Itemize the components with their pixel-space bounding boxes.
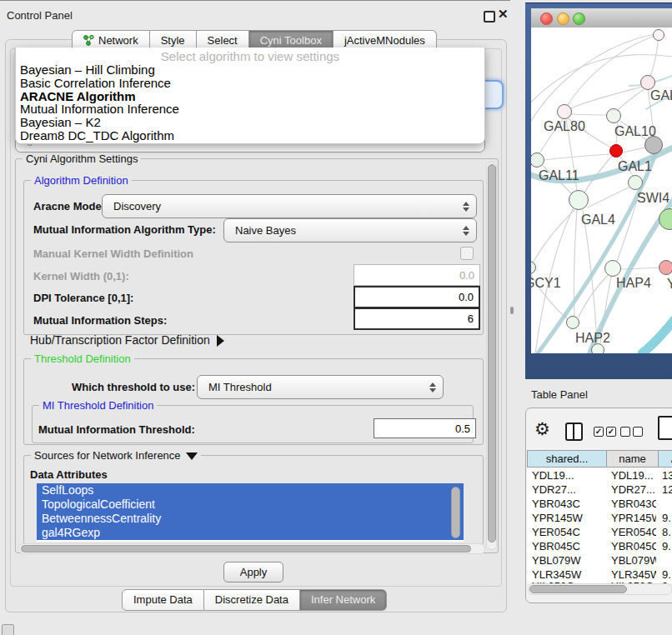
settings-hscrollbar-thumb[interactable] <box>21 545 471 552</box>
dropdown-item-mutual-information[interactable]: Mutual Information Inference <box>16 102 484 116</box>
dropdown-placeholder: Select algorithm to view settings <box>16 48 484 63</box>
deselect-all-checkbox-icon[interactable] <box>633 427 643 437</box>
close-icon[interactable]: ✕ <box>498 7 509 22</box>
window-top-edge <box>0 0 510 1</box>
hub-definition-expander[interactable]: Hub/Transcription Factor Definition <box>30 333 224 347</box>
network-node-gal1[interactable] <box>609 144 623 158</box>
node-label: GAL80 <box>544 119 585 134</box>
which-threshold-combobox[interactable]: MI Threshold <box>197 375 444 399</box>
dropdown-item-dream8[interactable]: Dream8 DC_TDC Algorithm <box>16 129 484 142</box>
node-table: shared... name A YDL19... YDL19... 13 YD… <box>527 450 672 583</box>
function-builder-icon[interactable] <box>658 416 672 440</box>
table-hscrollbar-thumb[interactable] <box>529 585 627 593</box>
node-label: HAP2 <box>575 331 610 346</box>
mi-steps-label: Mutual Information Steps: <box>33 314 167 327</box>
expander-collapsed-icon <box>217 335 224 347</box>
data-attributes-list: SelfLoops TopologicalCoefficient Between… <box>37 483 464 542</box>
list-item-gal4rgexp[interactable]: gal4RGexp <box>37 526 464 540</box>
mi-threshold-input[interactable]: 0.5 <box>374 418 476 438</box>
kernel-width-input[interactable]: 0.0 <box>354 264 480 286</box>
network-node-hap2[interactable] <box>566 316 579 329</box>
list-item-betweennesscentrality[interactable]: BetweennessCentrality <box>37 512 464 526</box>
node-label: GAL <box>650 88 672 103</box>
network-node-gal10[interactable] <box>606 108 621 123</box>
network-node-gal80[interactable] <box>557 104 572 119</box>
kernel-width-label: Kernel Width (0,1): <box>33 270 129 282</box>
node-label: GAL4 <box>581 212 615 228</box>
table-row[interactable]: YPR145W YPR145W 9. <box>527 512 672 526</box>
deselect-all-checkbox-icon[interactable] <box>620 427 630 437</box>
node-label: Y <box>667 277 672 292</box>
network-node-swi4[interactable] <box>628 175 643 190</box>
mi-threshold-label: Mutual Information Threshold: <box>38 423 195 436</box>
table-row[interactable]: YBL079W YBL079W <box>527 554 672 568</box>
manual-kernel-width-checkbox[interactable] <box>460 247 474 260</box>
network-window-titlebar[interactable] <box>531 8 672 28</box>
column-header-shared-name[interactable]: shared... <box>527 450 607 468</box>
panel-divider-handle[interactable] <box>510 307 514 314</box>
tab-infer-network[interactable]: Infer Network <box>300 589 387 611</box>
network-node-gal4[interactable] <box>569 190 589 210</box>
combo-stepper-icon <box>462 202 469 212</box>
list-item-selfloops[interactable]: SelfLoops <box>37 483 464 498</box>
manual-kernel-width-label: Manual Kernel Width Definition <box>33 248 193 260</box>
attr-list-scrollbar-thumb[interactable] <box>451 487 460 538</box>
dropdown-item-bayesian-k2[interactable]: Bayesian – K2 <box>16 116 484 129</box>
cyni-bottom-tabs: Impute Data Discretize Data Infer Networ… <box>122 589 387 611</box>
select-all-checkbox-icon[interactable]: ✓ <box>606 427 616 437</box>
panel-title: Control Panel <box>7 9 73 22</box>
float-window-icon[interactable] <box>484 11 495 22</box>
aracne-mode-combobox[interactable]: Discovery <box>102 194 477 218</box>
aracne-mode-label: Aracne Mode: <box>33 200 105 212</box>
dropdown-item-basic-correlation[interactable]: Basic Correlation Inference <box>16 77 484 90</box>
split-columns-icon[interactable] <box>565 422 583 441</box>
zoom-traffic-light-icon[interactable] <box>573 12 585 25</box>
mi-threshold-title: MI Threshold Definition <box>39 399 157 412</box>
tab-discretize-data[interactable]: Discretize Data <box>204 589 300 611</box>
close-traffic-light-icon[interactable] <box>540 12 553 25</box>
table-row[interactable]: YBR045C YBR045C 9. <box>527 540 672 554</box>
network-view[interactable]: GAL GAL80 GAL10 GAL1 GAL11 SWI4 GAL4 GCY… <box>531 28 672 353</box>
tab-impute-data[interactable]: Impute Data <box>122 589 204 611</box>
mi-steps-input[interactable]: 6 <box>354 308 480 330</box>
sources-title[interactable]: Sources for Network Inference <box>31 449 201 462</box>
which-threshold-label: Which threshold to use: <box>72 381 195 393</box>
table-row[interactable]: YDL19... YDL19... 13 <box>527 469 672 483</box>
screen: { "control_panel": { "title": "Control P… <box>0 0 672 635</box>
combo-stepper-icon <box>429 382 436 392</box>
algorithm-definition-title: Algorithm Definition <box>31 174 132 187</box>
minimized-panel-icon[interactable] <box>2 624 14 635</box>
node-label: SWI4 <box>637 191 669 206</box>
node-label: GAL1 <box>618 159 652 174</box>
data-attributes-label: Data Attributes <box>30 468 108 481</box>
dropdown-item-aracne[interactable]: ARACNE Algorithm <box>16 90 484 103</box>
settings-group-title: Cyni Algorithm Settings <box>23 152 141 165</box>
threshold-definition-title: Threshold Definition <box>31 352 134 365</box>
column-header-partial[interactable]: A <box>658 450 672 468</box>
apply-button[interactable]: Apply <box>223 562 283 582</box>
settings-scrollbar-thumb[interactable] <box>488 164 496 542</box>
node-label: HAP4 <box>616 276 651 291</box>
dpi-tolerance-input[interactable]: 0.0 <box>354 286 480 308</box>
algorithm-dropdown: Select algorithm to view settings Bayesi… <box>15 48 485 144</box>
minimize-traffic-light-icon[interactable] <box>557 12 569 25</box>
mi-algorithm-type-label: Mutual Information Algorithm Type: <box>33 223 216 236</box>
node-label: GCY1 <box>531 276 561 291</box>
table-panel-title: Table Panel <box>531 388 588 401</box>
network-node-hap4[interactable] <box>604 260 621 277</box>
network-node-y[interactable] <box>659 260 672 275</box>
table-row[interactable]: YBR043C YBR043C <box>527 498 672 512</box>
network-node[interactable] <box>653 29 664 41</box>
list-item-topologicalcoefficient[interactable]: TopologicalCoefficient <box>37 498 464 512</box>
gear-icon[interactable]: ⚙ <box>534 419 550 439</box>
column-header-name[interactable]: name <box>606 450 659 468</box>
node-label: GAL10 <box>614 124 656 139</box>
dpi-tolerance-label: DPI Tolerance [0,1]: <box>33 292 133 304</box>
mi-algorithm-type-combobox[interactable]: Naive Bayes <box>223 218 477 242</box>
network-icon <box>83 35 94 46</box>
select-all-checkbox-icon[interactable]: ✓ <box>594 427 604 437</box>
table-row[interactable]: YER054C YER054C 8. <box>527 526 672 540</box>
expander-open-icon <box>186 452 198 460</box>
dropdown-item-bayesian-hill-climbing[interactable]: Bayesian – Hill Climbing <box>16 63 484 77</box>
table-row[interactable]: YDR27... YDR27... 12 <box>527 483 672 498</box>
